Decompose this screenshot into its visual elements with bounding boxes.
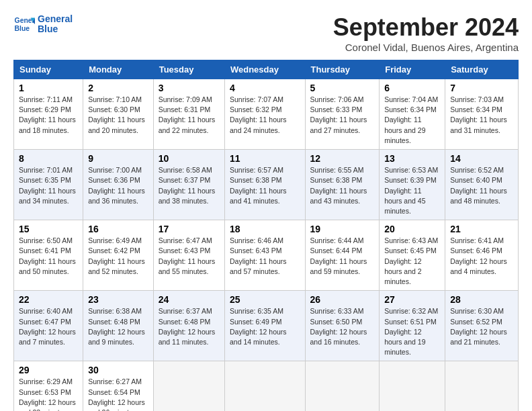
page-header: General Blue General Blue September 2024… (13, 13, 519, 53)
day-number: 16 (88, 224, 148, 234)
svg-text:Blue: Blue (15, 25, 30, 32)
day-info: Sunrise: 6:52 AMSunset: 6:40 PMDaylight:… (450, 165, 513, 206)
calendar-week-5: 29Sunrise: 6:29 AMSunset: 6:53 PMDayligh… (14, 361, 519, 411)
day-number: 29 (19, 365, 78, 375)
day-info: Sunrise: 6:46 AMSunset: 6:43 PMDaylight:… (230, 236, 300, 277)
day-number: 27 (384, 294, 440, 305)
logo: General Blue General Blue (13, 13, 73, 35)
logo-icon: General Blue (13, 13, 35, 35)
day-info: Sunrise: 6:43 AMSunset: 6:45 PMDaylight:… (384, 236, 440, 287)
calendar-cell: 22Sunrise: 6:40 AMSunset: 6:47 PMDayligh… (14, 291, 83, 361)
day-info: Sunrise: 7:10 AMSunset: 6:30 PMDaylight:… (88, 95, 148, 136)
logo-line1: General (38, 14, 73, 24)
day-info: Sunrise: 6:27 AMSunset: 6:54 PMDaylight:… (88, 377, 148, 411)
calendar-cell: 20Sunrise: 6:43 AMSunset: 6:45 PMDayligh… (380, 220, 445, 291)
day-number: 4 (230, 83, 300, 93)
calendar-cell: 7Sunrise: 7:03 AMSunset: 6:34 PMDaylight… (445, 79, 519, 150)
day-number: 3 (159, 83, 220, 93)
day-number: 6 (384, 83, 440, 93)
calendar-table: SundayMondayTuesdayWednesdayThursdayFrid… (13, 60, 519, 411)
calendar-cell (380, 361, 445, 411)
day-info: Sunrise: 7:07 AMSunset: 6:32 PMDaylight:… (230, 95, 300, 136)
calendar-cell: 9Sunrise: 7:00 AMSunset: 6:36 PMDaylight… (83, 150, 154, 220)
page-title: September 2024 (333, 13, 519, 42)
calendar-cell (445, 361, 519, 411)
calendar-cell: 26Sunrise: 6:33 AMSunset: 6:50 PMDayligh… (305, 291, 380, 361)
calendar-week-1: 1Sunrise: 7:11 AMSunset: 6:29 PMDaylight… (14, 79, 519, 150)
calendar-cell: 30Sunrise: 6:27 AMSunset: 6:54 PMDayligh… (83, 361, 154, 411)
calendar-cell: 8Sunrise: 7:01 AMSunset: 6:35 PMDaylight… (14, 150, 83, 220)
day-info: Sunrise: 6:30 AMSunset: 6:52 PMDaylight:… (450, 306, 513, 347)
day-info: Sunrise: 7:09 AMSunset: 6:31 PMDaylight:… (159, 95, 220, 136)
day-info: Sunrise: 6:35 AMSunset: 6:49 PMDaylight:… (230, 306, 300, 347)
header-tuesday: Tuesday (153, 60, 224, 79)
header-saturday: Saturday (445, 60, 519, 79)
day-info: Sunrise: 6:32 AMSunset: 6:51 PMDaylight:… (384, 306, 440, 357)
calendar-cell: 13Sunrise: 6:53 AMSunset: 6:39 PMDayligh… (380, 150, 445, 220)
calendar-cell: 25Sunrise: 6:35 AMSunset: 6:49 PMDayligh… (224, 291, 305, 361)
day-number: 5 (310, 83, 375, 93)
logo-line2: Blue (38, 24, 73, 34)
calendar-cell: 10Sunrise: 6:58 AMSunset: 6:37 PMDayligh… (153, 150, 224, 220)
page-subtitle: Coronel Vidal, Buenos Aires, Argentina (333, 42, 519, 53)
calendar-cell: 14Sunrise: 6:52 AMSunset: 6:40 PMDayligh… (445, 150, 519, 220)
day-number: 9 (88, 153, 148, 164)
calendar-week-2: 8Sunrise: 7:01 AMSunset: 6:35 PMDaylight… (14, 150, 519, 220)
day-info: Sunrise: 6:49 AMSunset: 6:42 PMDaylight:… (88, 236, 148, 277)
day-number: 19 (310, 224, 375, 234)
day-number: 14 (450, 153, 513, 164)
calendar-cell: 12Sunrise: 6:55 AMSunset: 6:38 PMDayligh… (305, 150, 380, 220)
day-number: 24 (159, 294, 220, 305)
day-info: Sunrise: 6:33 AMSunset: 6:50 PMDaylight:… (310, 306, 375, 347)
calendar-cell: 18Sunrise: 6:46 AMSunset: 6:43 PMDayligh… (224, 220, 305, 291)
day-number: 17 (159, 224, 220, 234)
calendar-cell: 11Sunrise: 6:57 AMSunset: 6:38 PMDayligh… (224, 150, 305, 220)
day-info: Sunrise: 7:04 AMSunset: 6:34 PMDaylight:… (384, 95, 440, 146)
calendar-cell: 2Sunrise: 7:10 AMSunset: 6:30 PMDaylight… (83, 79, 154, 150)
day-number: 2 (88, 83, 148, 93)
day-number: 8 (19, 153, 78, 164)
calendar-cell: 5Sunrise: 7:06 AMSunset: 6:33 PMDaylight… (305, 79, 380, 150)
day-number: 21 (450, 224, 513, 234)
calendar-cell: 1Sunrise: 7:11 AMSunset: 6:29 PMDaylight… (14, 79, 83, 150)
day-number: 23 (88, 294, 148, 305)
day-number: 18 (230, 224, 300, 234)
day-info: Sunrise: 6:58 AMSunset: 6:37 PMDaylight:… (159, 165, 220, 206)
day-number: 13 (384, 153, 440, 164)
day-info: Sunrise: 6:55 AMSunset: 6:38 PMDaylight:… (310, 165, 375, 206)
calendar-week-4: 22Sunrise: 6:40 AMSunset: 6:47 PMDayligh… (14, 291, 519, 361)
day-number: 25 (230, 294, 300, 305)
day-number: 11 (230, 153, 300, 164)
calendar-cell: 19Sunrise: 6:44 AMSunset: 6:44 PMDayligh… (305, 220, 380, 291)
day-number: 15 (19, 224, 78, 234)
day-number: 28 (450, 294, 513, 305)
calendar-cell: 15Sunrise: 6:50 AMSunset: 6:41 PMDayligh… (14, 220, 83, 291)
header-monday: Monday (83, 60, 154, 79)
day-info: Sunrise: 6:53 AMSunset: 6:39 PMDaylight:… (384, 165, 440, 216)
calendar-cell: 17Sunrise: 6:47 AMSunset: 6:43 PMDayligh… (153, 220, 224, 291)
day-info: Sunrise: 6:44 AMSunset: 6:44 PMDaylight:… (310, 236, 375, 277)
day-number: 1 (19, 83, 78, 93)
calendar-cell: 16Sunrise: 6:49 AMSunset: 6:42 PMDayligh… (83, 220, 154, 291)
calendar-cell: 27Sunrise: 6:32 AMSunset: 6:51 PMDayligh… (380, 291, 445, 361)
day-info: Sunrise: 7:11 AMSunset: 6:29 PMDaylight:… (19, 95, 78, 136)
day-info: Sunrise: 6:47 AMSunset: 6:43 PMDaylight:… (159, 236, 220, 277)
header-thursday: Thursday (305, 60, 380, 79)
calendar-cell: 4Sunrise: 7:07 AMSunset: 6:32 PMDaylight… (224, 79, 305, 150)
day-number: 7 (450, 83, 513, 93)
header-wednesday: Wednesday (224, 60, 305, 79)
calendar-cell: 21Sunrise: 6:41 AMSunset: 6:46 PMDayligh… (445, 220, 519, 291)
calendar-cell: 24Sunrise: 6:37 AMSunset: 6:48 PMDayligh… (153, 291, 224, 361)
calendar-week-3: 15Sunrise: 6:50 AMSunset: 6:41 PMDayligh… (14, 220, 519, 291)
day-number: 26 (310, 294, 375, 305)
day-info: Sunrise: 6:40 AMSunset: 6:47 PMDaylight:… (19, 306, 78, 347)
calendar-cell: 3Sunrise: 7:09 AMSunset: 6:31 PMDaylight… (153, 79, 224, 150)
day-info: Sunrise: 7:00 AMSunset: 6:36 PMDaylight:… (88, 165, 148, 206)
day-info: Sunrise: 6:41 AMSunset: 6:46 PMDaylight:… (450, 236, 513, 277)
day-info: Sunrise: 7:01 AMSunset: 6:35 PMDaylight:… (19, 165, 78, 206)
day-info: Sunrise: 7:03 AMSunset: 6:34 PMDaylight:… (450, 95, 513, 136)
day-number: 30 (88, 365, 148, 375)
day-info: Sunrise: 7:06 AMSunset: 6:33 PMDaylight:… (310, 95, 375, 136)
title-block: September 2024 Coronel Vidal, Buenos Air… (333, 13, 519, 53)
day-number: 10 (159, 153, 220, 164)
